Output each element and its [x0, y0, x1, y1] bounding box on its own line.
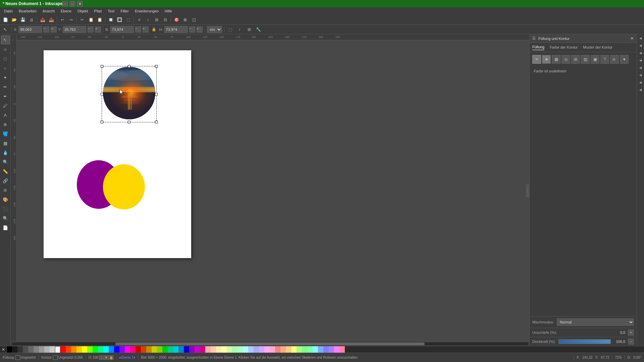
paste-button[interactable]: 📋	[96, 16, 104, 24]
blend-select[interactable]: Normal Multiplizieren Bildschirm Überlag…	[557, 318, 634, 326]
transform-obj-btn[interactable]: ⬚	[226, 25, 234, 34]
pen-tool[interactable]: ✒	[1, 92, 10, 101]
pal-color[interactable]	[55, 346, 60, 353]
menu-erweiterungen[interactable]: Erweiterungen	[132, 8, 161, 14]
pal-color[interactable]	[211, 346, 216, 353]
right-icon-8[interactable]: ◀	[637, 86, 644, 93]
panel-close-button[interactable]: ✕	[630, 36, 634, 41]
pal-color[interactable]	[264, 346, 270, 353]
handle-mr[interactable]	[155, 93, 158, 96]
pal-color[interactable]	[216, 346, 221, 353]
new-button[interactable]: 📄	[1, 16, 9, 24]
minimize-button[interactable]: ─	[62, 1, 68, 6]
right-icon-5[interactable]: ◀	[637, 64, 644, 71]
transform2-btn[interactable]: ↕	[236, 25, 244, 34]
pencil-tool[interactable]: ✏	[1, 82, 10, 91]
h-plus-btn[interactable]: +	[197, 26, 203, 33]
maximize-button[interactable]: □	[70, 1, 75, 6]
pal-color[interactable]	[60, 346, 66, 353]
fill-flat-btn[interactable]: ■	[542, 55, 551, 64]
pal-color[interactable]	[39, 346, 44, 353]
zoom-fit-button[interactable]: 🔲	[107, 16, 115, 24]
pal-color[interactable]	[302, 346, 307, 353]
pal-color[interactable]	[184, 346, 189, 353]
snap-button[interactable]: 🎯	[172, 16, 180, 24]
pal-color[interactable]	[313, 346, 318, 353]
pal-color[interactable]	[28, 346, 34, 353]
pal-color[interactable]	[205, 346, 211, 353]
cut-button[interactable]: ✂	[78, 16, 86, 24]
pal-color[interactable]	[318, 346, 323, 353]
pal-color[interactable]	[119, 346, 125, 353]
pal-color[interactable]	[168, 346, 173, 353]
ungroup-button[interactable]: ⊟	[161, 16, 169, 24]
pal-color[interactable]	[114, 346, 119, 353]
pal-color[interactable]	[23, 346, 28, 353]
fill-tool[interactable]: 🪣	[1, 129, 10, 138]
pal-color[interactable]	[286, 346, 291, 353]
opacity-down-btn[interactable]: −	[99, 355, 104, 360]
align-dist-btn[interactable]: ⊞	[245, 25, 253, 34]
right-icon-6[interactable]: ◀	[637, 72, 644, 78]
pal-color[interactable]	[237, 346, 243, 353]
circle-tool[interactable]: ○	[1, 64, 10, 72]
menu-pfad[interactable]: Pfad	[92, 8, 105, 14]
pal-color[interactable]	[98, 346, 103, 353]
search-tool[interactable]: 🔍	[1, 214, 10, 223]
pages-tool[interactable]: 📄	[1, 223, 10, 232]
undo-button[interactable]: ↩	[58, 16, 66, 24]
pal-color[interactable]	[254, 346, 259, 353]
eraser-tool[interactable]: ⊘	[1, 186, 10, 194]
panel-collapse-handle[interactable]: ⋮	[526, 184, 529, 197]
fill-mesh-btn[interactable]: ⊞	[571, 55, 580, 64]
handle-bl[interactable]	[101, 121, 103, 123]
fill-swatch-btn[interactable]: ▣	[591, 55, 599, 64]
statusbar-layer[interactable]: ▸Ebene 1▾	[119, 356, 135, 359]
handle-tl[interactable]	[101, 65, 103, 68]
stroke-swatch[interactable]	[53, 355, 58, 360]
pal-color[interactable]	[248, 346, 254, 353]
handle-br[interactable]	[155, 121, 158, 123]
pal-color[interactable]	[232, 346, 237, 353]
print-button[interactable]: 🖨	[28, 16, 36, 24]
fill-heart-btn[interactable]: ♥	[620, 55, 629, 64]
pal-color[interactable]	[76, 346, 82, 353]
x-input[interactable]	[18, 26, 42, 33]
pal-color[interactable]	[146, 346, 152, 353]
close-button[interactable]: ✕	[77, 1, 83, 6]
text-tool[interactable]: A	[1, 111, 10, 119]
save-button[interactable]: 💾	[19, 16, 27, 24]
opacity-minus-btn[interactable]: −	[628, 339, 634, 345]
right-icon-4[interactable]: ◀	[637, 57, 644, 64]
menu-text[interactable]: Text	[105, 8, 117, 14]
zoom-tool[interactable]: 🔍	[1, 158, 10, 166]
menu-filter[interactable]: Filter	[118, 8, 131, 14]
fill-linear-btn[interactable]: ▦	[552, 55, 560, 64]
tab-stroke-pattern[interactable]: Muster der Kontur	[583, 45, 612, 50]
tab-filling[interactable]: Füllung	[532, 45, 544, 50]
pal-color[interactable]	[17, 346, 23, 353]
measure-tool[interactable]: 📏	[1, 167, 10, 176]
pal-color[interactable]	[339, 346, 345, 353]
yellow-circle[interactable]	[103, 164, 145, 209]
pal-color[interactable]	[157, 346, 162, 353]
b-input[interactable]	[110, 26, 134, 33]
pal-color[interactable]	[334, 346, 339, 353]
hscroll-track[interactable]	[12, 343, 528, 345]
pal-color[interactable]	[109, 346, 114, 353]
pal-color[interactable]	[125, 346, 130, 353]
opacity-slider[interactable]	[558, 339, 611, 344]
unit-select[interactable]: mm px cm	[207, 26, 222, 33]
lock-btn[interactable]: 🔒	[109, 355, 114, 360]
redo-button[interactable]: ↪	[67, 16, 75, 24]
tab-stroke-color[interactable]: Farbe der Kontur	[550, 45, 578, 50]
3d-box-tool[interactable]: ⬛	[1, 204, 10, 213]
spray-tool[interactable]: ⊛	[1, 120, 10, 129]
x-minus-btn[interactable]: −	[43, 26, 49, 33]
group-button[interactable]: ⊞	[153, 16, 161, 24]
handle-bm[interactable]	[128, 121, 130, 123]
fill-none-btn[interactable]: ✕	[532, 55, 541, 64]
import-button[interactable]: 📥	[39, 16, 47, 24]
pal-color[interactable]	[189, 346, 195, 353]
pal-color[interactable]	[329, 346, 334, 353]
